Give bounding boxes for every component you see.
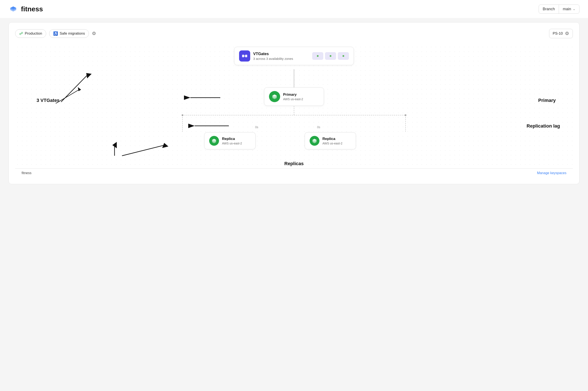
vtgates-title: VTGates (253, 52, 307, 56)
shield-icon: ☍ (19, 31, 23, 36)
diagram-container: ☍ Production ♿ Safe migrations ⚙ PS-10 ⚙ (8, 22, 580, 184)
logo-area: fitness (8, 4, 43, 14)
diagram-canvas: VTGates 3 across 3 availability zones (15, 45, 573, 169)
planetscale-logo-icon (8, 4, 18, 14)
database-name: fitness (22, 171, 31, 175)
manage-keyspaces-link[interactable]: Manage keyspaces (537, 171, 566, 175)
toolbar: ☍ Production ♿ Safe migrations ⚙ PS-10 ⚙ (15, 29, 573, 38)
replica-left-subtitle: AWS us-east-2 (222, 142, 242, 145)
replica-left-title: Replica (222, 137, 242, 141)
svg-marker-10 (77, 86, 81, 91)
replica-right-node[interactable]: Replica AWS us-east-2 (305, 132, 356, 149)
vtgate-indicator-2 (325, 52, 336, 60)
vtgates-annotation-label: 3 VTGates (37, 98, 60, 103)
branch-label: Branch (539, 5, 559, 13)
production-badge[interactable]: ☍ Production (15, 29, 46, 38)
replica-right-icon (310, 136, 319, 146)
svg-line-13 (61, 75, 88, 102)
vtgate-dot-1 (317, 55, 319, 57)
vtgates-indicators (312, 52, 349, 60)
vtgates-info: VTGates 3 across 3 availability zones (253, 52, 307, 60)
safe-migrations-badge[interactable]: ♿ Safe migrations (49, 29, 89, 38)
lag-label-left: 0s (255, 125, 258, 129)
svg-point-7 (182, 114, 183, 116)
primary-title: Primary (283, 93, 303, 97)
branch-name: main (563, 7, 571, 11)
main-content: ☍ Production ♿ Safe migrations ⚙ PS-10 ⚙ (0, 18, 588, 391)
ps-plan-label: PS-10 (553, 31, 563, 36)
vtgate-indicator-3 (338, 52, 349, 60)
settings-gear-icon[interactable]: ⚙ (92, 31, 96, 36)
app-title: fitness (21, 5, 43, 13)
primary-subtitle: AWS us-east-2 (283, 98, 303, 101)
vtgates-subtitle: 3 across 3 availability zones (253, 57, 307, 60)
vtgate-dot-2 (330, 55, 331, 57)
svg-rect-18 (242, 55, 244, 57)
header: fitness Branch main ⌄ (0, 0, 588, 18)
production-label: Production (25, 31, 42, 36)
svg-rect-19 (245, 55, 247, 57)
plan-gear-icon[interactable]: ⚙ (565, 31, 569, 36)
primary-node[interactable]: Primary AWS us-east-2 (264, 87, 324, 106)
chevron-down-icon: ⌄ (573, 7, 575, 11)
replica-left-node[interactable]: Replica AWS us-east-2 (204, 132, 256, 149)
vtgate-indicator-1 (312, 52, 323, 60)
replica-right-subtitle: AWS us-east-2 (322, 142, 343, 145)
lag-label-right: 0s (317, 125, 320, 129)
replica-right-title: Replica (322, 137, 343, 141)
toolbar-right[interactable]: PS-10 ⚙ (549, 29, 573, 38)
replicas-annotation-label: Replicas (284, 161, 304, 166)
svg-point-8 (405, 114, 406, 116)
branch-value-button[interactable]: main ⌄ (559, 5, 579, 13)
replica-left-icon (209, 136, 219, 146)
replication-lag-annotation-label: Replication lag (527, 123, 560, 129)
svg-line-17 (122, 145, 165, 156)
vtgates-icon (239, 50, 250, 62)
vtgates-node[interactable]: VTGates 3 across 3 availability zones (234, 47, 354, 65)
primary-annotation-label: Primary (538, 98, 556, 103)
vtgate-dot-3 (343, 55, 344, 57)
bottom-bar: fitness Manage keyspaces (15, 168, 573, 178)
primary-icon (269, 91, 280, 102)
safe-migrations-label: Safe migrations (60, 31, 85, 36)
x-circle-icon: ♿ (53, 31, 58, 36)
replica-left-info: Replica AWS us-east-2 (222, 137, 242, 145)
branch-selector[interactable]: Branch main ⌄ (539, 4, 580, 14)
replica-right-info: Replica AWS us-east-2 (322, 137, 343, 145)
toolbar-left: ☍ Production ♿ Safe migrations ⚙ (15, 29, 96, 38)
primary-info: Primary AWS us-east-2 (283, 93, 303, 101)
